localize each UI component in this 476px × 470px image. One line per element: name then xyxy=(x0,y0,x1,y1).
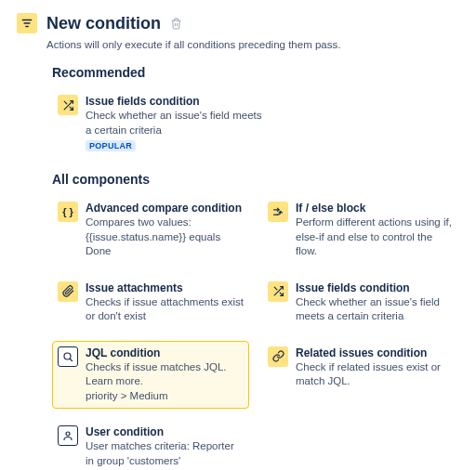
card-issue-fields-recommended[interactable]: Issue fields condition Check whether an … xyxy=(52,89,275,157)
card-title: Issue fields condition xyxy=(296,281,454,294)
page-title: New condition xyxy=(46,14,161,33)
section-title-recommended: Recommended xyxy=(52,65,459,80)
card-issue-attachments[interactable]: Issue attachments Checks if issue attach… xyxy=(52,276,249,330)
card-description: Check whether an issue's field meets a c… xyxy=(86,109,270,137)
section-recommended: Recommended Issue fields condition Check… xyxy=(52,65,459,157)
branch-icon xyxy=(268,202,288,222)
card-title: User condition xyxy=(86,425,244,438)
card-title: Issue fields condition xyxy=(86,95,270,108)
page-header: New condition xyxy=(17,13,459,33)
svg-line-12 xyxy=(70,359,72,360)
card-jql-condition[interactable]: JQL condition Checks if issue matches JQ… xyxy=(52,341,249,410)
card-description: User matches criteria: Reporter in group… xyxy=(86,439,244,468)
svg-point-13 xyxy=(66,432,70,436)
card-issue-fields[interactable]: Issue fields condition Check whether an … xyxy=(262,276,459,330)
filter-icon xyxy=(17,13,37,33)
user-icon xyxy=(58,425,78,446)
shuffle-icon xyxy=(58,95,78,115)
link-icon xyxy=(268,346,288,367)
delete-icon[interactable] xyxy=(170,18,182,30)
card-description: Perform different actions using if, else… xyxy=(296,215,454,259)
paperclip-icon xyxy=(58,281,78,302)
section-all-components: All components { } Advanced compare cond… xyxy=(52,172,459,470)
card-related-issues[interactable]: Related issues condition Check if relate… xyxy=(262,341,459,410)
card-title: If / else block xyxy=(296,202,454,215)
braces-icon: { } xyxy=(58,202,78,222)
card-description: Checks if issue attachments exist or don… xyxy=(86,295,244,324)
card-advanced-compare[interactable]: { } Advanced compare condition Compares … xyxy=(52,196,249,265)
card-description: Compares two values: {{issue.status.name… xyxy=(86,215,244,259)
page-subtitle: Actions will only execute if all conditi… xyxy=(46,39,459,50)
section-title-all: All components xyxy=(52,172,459,187)
card-if-else[interactable]: If / else block Perform different action… xyxy=(262,196,459,265)
card-title: Advanced compare condition xyxy=(86,202,244,215)
card-user-condition[interactable]: User condition User matches criteria: Re… xyxy=(52,420,249,470)
card-title: JQL condition xyxy=(86,346,244,359)
shuffle-icon xyxy=(268,281,288,302)
popular-badge: POPULAR xyxy=(86,140,136,151)
svg-line-5 xyxy=(64,101,67,104)
card-title: Related issues condition xyxy=(296,346,454,359)
card-title: Issue attachments xyxy=(86,281,244,294)
card-description: Check if related issues exist or match J… xyxy=(296,360,454,389)
card-description: Check whether an issue's field meets a c… xyxy=(296,295,454,324)
card-description: Checks if issue matches JQL. Learn more.… xyxy=(86,360,244,404)
search-icon xyxy=(58,346,78,367)
svg-line-10 xyxy=(274,287,277,290)
